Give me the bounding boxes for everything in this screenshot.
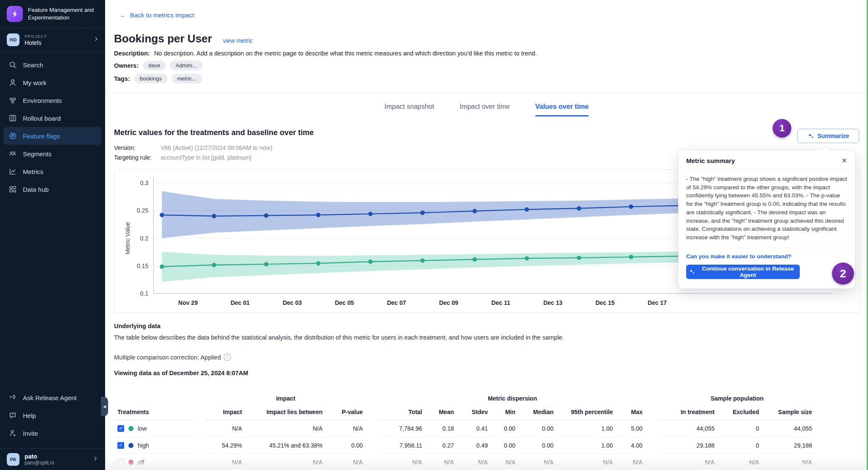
- table-cell: 29,188: [659, 437, 718, 454]
- table-cell: N/A: [326, 454, 366, 470]
- owners-label: Owners:: [114, 62, 139, 69]
- table-cell: 0.27: [426, 437, 457, 454]
- table-cell: 0.00: [519, 420, 557, 437]
- table-cell: 4.00: [616, 437, 646, 454]
- sidebar-nav: Search My work Environments Rollout boar…: [0, 52, 105, 202]
- sparkles-icon: [807, 133, 814, 139]
- table-row: ✓lowN/AN/AN/A7,784.960.180.410.000.001.0…: [114, 420, 815, 437]
- treatments-table-container: ImpactMetric dispersionSample population…: [114, 393, 843, 470]
- description-row: Description: No description. Add a descr…: [114, 50, 537, 57]
- sidebar-collapse-handle[interactable]: ◀: [101, 397, 108, 416]
- table-cell: N/A: [245, 454, 326, 470]
- table-cell: N/A: [519, 454, 557, 470]
- sidebar-item-invite[interactable]: Invite: [3, 424, 102, 442]
- project-switcher[interactable]: HO PROJECT Hotels: [0, 28, 105, 51]
- svg-text:Dec 03: Dec 03: [283, 299, 302, 306]
- tab-values-over-time[interactable]: Values over time: [535, 103, 589, 116]
- column-header: Max: [616, 404, 646, 420]
- search-icon: [8, 61, 17, 69]
- column-header: Impact: [205, 404, 245, 420]
- section-title: Metric values for the treatments and bas…: [114, 128, 314, 137]
- treatment-name: off: [138, 459, 144, 466]
- column-header: In treatment: [659, 404, 718, 420]
- info-icon[interactable]: i: [224, 354, 231, 361]
- table-cell: 7,784.96: [379, 420, 426, 437]
- underlying-data-title: Underlying data: [114, 323, 161, 329]
- summarize-button[interactable]: Summarize: [797, 129, 859, 143]
- tab-bar: Impact snapshot Impact over time Values …: [105, 103, 868, 116]
- svg-text:Dec 11: Dec 11: [491, 299, 510, 306]
- table-cell: 0: [718, 420, 762, 437]
- user-name: pato: [25, 453, 54, 460]
- project-name: Hotels: [25, 39, 47, 46]
- sidebar-item-label: Search: [23, 61, 43, 69]
- sidebar-item-label: Help: [23, 412, 36, 419]
- sidebar-item-metrics[interactable]: Metrics: [3, 163, 102, 180]
- chevron-right-icon: [93, 36, 99, 44]
- table-row: ✓high54.29%45.21% and 63.38%0.007,958.11…: [114, 437, 815, 454]
- brand-title: Feature Management and Experimentation: [28, 6, 98, 21]
- continue-conversation-button[interactable]: Continue conversation in Release Agent: [686, 265, 800, 279]
- table-cell: 1.00: [557, 437, 616, 454]
- table-cell: N/A: [379, 454, 426, 470]
- sidebar-item-help[interactable]: ? Help: [3, 406, 102, 424]
- sidebar-item-ask-release-agent[interactable]: Ask Release Agent: [3, 389, 102, 406]
- sidebar-item-feature-flags[interactable]: Feature flags: [3, 127, 102, 145]
- sparkles-icon: [689, 268, 695, 275]
- sidebar-footer-nav: Ask Release Agent ? Help Invite: [0, 389, 105, 442]
- table-cell: N/A: [491, 454, 519, 470]
- treatment-checkbox[interactable]: [117, 459, 124, 466]
- table-cell: N/A: [616, 454, 646, 470]
- sidebar-item-segments[interactable]: Segments: [3, 145, 102, 163]
- sidebar: Feature Management and Experimentation H…: [0, 0, 105, 470]
- tags-row: Tags: bookings metric...: [114, 74, 202, 83]
- tags-label: Tags:: [114, 75, 130, 82]
- table-cell: N/A: [457, 454, 491, 470]
- treatment-checkbox[interactable]: ✓: [117, 425, 124, 432]
- table-cell: 0.00: [491, 437, 519, 454]
- column-header: Mean: [426, 404, 457, 420]
- tag-pill[interactable]: metric...: [172, 74, 202, 83]
- svg-text:0.15: 0.15: [137, 263, 148, 269]
- tab-impact-snapshot[interactable]: Impact snapshot: [384, 103, 434, 116]
- sidebar-item-data-hub[interactable]: Data hub: [3, 180, 102, 198]
- column-header: Treatments: [114, 404, 195, 420]
- close-icon[interactable]: ✕: [842, 158, 847, 164]
- column-header: P-value: [326, 404, 366, 420]
- tag-pill[interactable]: bookings: [134, 74, 167, 83]
- easier-to-understand-link[interactable]: Can you make it easier to understand?: [686, 253, 847, 260]
- comparison-correction-row: Multiple comparison correction: Applied …: [114, 354, 231, 361]
- table-row: offN/AN/AN/AN/AN/AN/AN/AN/AN/AN/AN/AN/AN…: [114, 454, 815, 470]
- step-badge-1: 1: [773, 119, 791, 138]
- split-logo-icon: [7, 6, 23, 22]
- sidebar-item-my-work[interactable]: My work: [3, 74, 102, 91]
- back-arrow-icon: ←: [120, 11, 126, 19]
- sidebar-item-label: Segments: [23, 150, 52, 158]
- svg-text:Dec 05: Dec 05: [335, 299, 354, 306]
- table-cell: 7,958.11: [379, 437, 426, 454]
- targeting-rule-row: Targeting rule: accountType in list [gol…: [114, 154, 251, 161]
- owner-pill[interactable]: dave: [143, 61, 166, 70]
- column-header: Stdev: [457, 404, 491, 420]
- sidebar-item-search[interactable]: Search: [3, 56, 102, 74]
- sidebar-item-rollout-board[interactable]: Rollout board: [3, 109, 102, 127]
- page-title: Bookings per User: [114, 32, 212, 45]
- column-header: Min: [491, 404, 519, 420]
- version-value: V66 (Active) (11/27/2024 08:06AM to now): [161, 144, 273, 151]
- column-header: Excluded: [718, 404, 762, 420]
- table-cell: 54.29%: [205, 437, 245, 454]
- user-account[interactable]: PA pato pato@split.io: [0, 448, 105, 470]
- sidebar-item-environments[interactable]: Environments: [3, 91, 102, 109]
- view-metric-link[interactable]: view metric: [223, 37, 253, 44]
- back-link[interactable]: ← Back to metrics impact: [120, 11, 194, 19]
- owner-pill[interactable]: Admini...: [170, 61, 203, 70]
- table-cell: N/A: [718, 454, 762, 470]
- svg-text:0.2: 0.2: [140, 235, 149, 242]
- tab-impact-over-time[interactable]: Impact over time: [459, 103, 509, 116]
- chevron-right-icon: [92, 456, 98, 463]
- grid-icon: [8, 185, 17, 194]
- sidebar-item-label: Ask Release Agent: [23, 394, 77, 401]
- treatment-checkbox[interactable]: ✓: [117, 442, 124, 449]
- table-cell: 0.49: [457, 437, 491, 454]
- treatment-color-dot: [128, 460, 134, 465]
